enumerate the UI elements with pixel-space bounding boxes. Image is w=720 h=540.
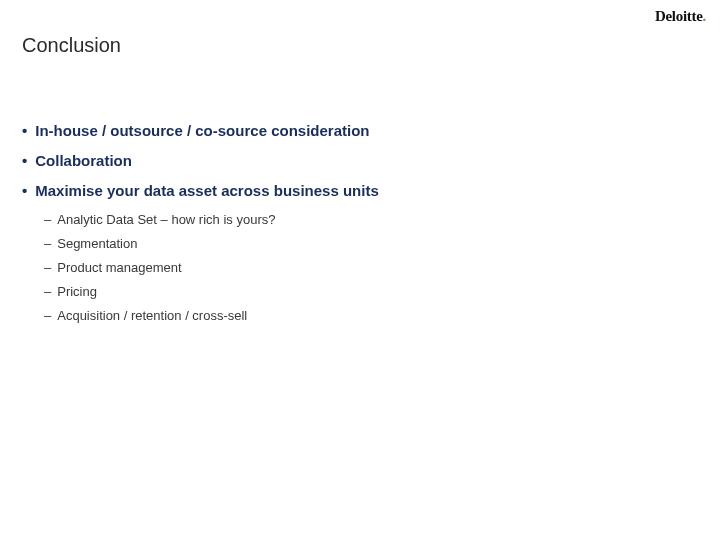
dash-marker-icon: – [44, 236, 51, 251]
sub-bullet-text: Product management [57, 260, 181, 275]
bullet-text: Maximise your data asset across business… [35, 182, 378, 199]
slide-content: • In-house / outsource / co-source consi… [22, 122, 698, 332]
sub-bullet-text: Pricing [57, 284, 97, 299]
brand-logo: Deloitte. [655, 8, 706, 25]
dash-marker-icon: – [44, 212, 51, 227]
sub-bullet-text: Acquisition / retention / cross-sell [57, 308, 247, 323]
bullet-item: • Maximise your data asset across busine… [22, 182, 698, 199]
sub-bullet-item: – Pricing [44, 284, 698, 299]
slide-title: Conclusion [22, 34, 121, 57]
sub-bullet-list: – Analytic Data Set – how rich is yours?… [22, 212, 698, 323]
bullet-marker-icon: • [22, 183, 27, 198]
brand-logo-dot: . [703, 8, 706, 24]
dash-marker-icon: – [44, 308, 51, 323]
sub-bullet-item: – Acquisition / retention / cross-sell [44, 308, 698, 323]
bullet-item: • In-house / outsource / co-source consi… [22, 122, 698, 139]
brand-logo-text: Deloitte [655, 8, 703, 24]
sub-bullet-item: – Analytic Data Set – how rich is yours? [44, 212, 698, 227]
bullet-text: In-house / outsource / co-source conside… [35, 122, 369, 139]
sub-bullet-item: – Segmentation [44, 236, 698, 251]
sub-bullet-item: – Product management [44, 260, 698, 275]
bullet-marker-icon: • [22, 153, 27, 168]
sub-bullet-text: Segmentation [57, 236, 137, 251]
bullet-text: Collaboration [35, 152, 132, 169]
bullet-item: • Collaboration [22, 152, 698, 169]
bullet-marker-icon: • [22, 123, 27, 138]
dash-marker-icon: – [44, 284, 51, 299]
dash-marker-icon: – [44, 260, 51, 275]
sub-bullet-text: Analytic Data Set – how rich is yours? [57, 212, 275, 227]
